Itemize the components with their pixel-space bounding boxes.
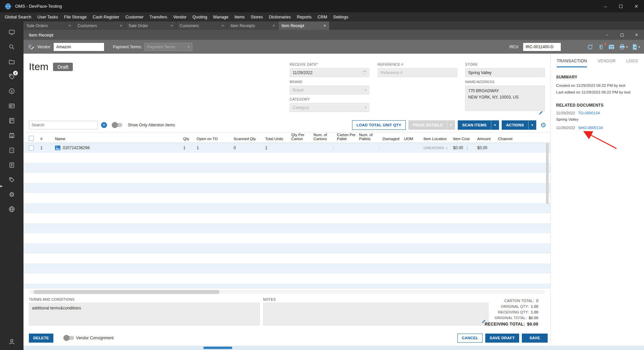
sidebar-item-user-icon[interactable] <box>0 338 23 345</box>
tab-transaction[interactable]: TRANSACTION <box>557 59 587 67</box>
tab-sale-orders[interactable]: Sale Orders ✕ <box>23 21 75 30</box>
sidebar-item-catalog-icon[interactable] <box>0 113 23 128</box>
terms-textarea[interactable]: additional terms&conditions <box>29 303 260 326</box>
close-tab-icon[interactable]: ✕ <box>68 24 71 27</box>
attachments-icon[interactable]: 0 <box>598 44 604 50</box>
table-vertical-scrollbar[interactable] <box>546 143 549 289</box>
menu-item-quoting[interactable]: Quoting <box>190 12 210 21</box>
sidebar-item-help-tasks-icon[interactable]: ? <box>0 143 23 158</box>
edit-vendor-icon[interactable] <box>28 44 35 50</box>
menu-item-dictionaries[interactable]: Dictionaries <box>266 12 294 21</box>
kebab-menu-icon[interactable]: ⋮ <box>465 145 469 151</box>
kebab-menu-icon[interactable]: ⋮ <box>331 145 336 151</box>
item-location-cell[interactable]: UNKNOWN▾ <box>424 143 453 153</box>
menu-item-user-tasks[interactable]: User Tasks <box>34 12 61 21</box>
uom-cell[interactable] <box>404 143 424 153</box>
refresh-icon[interactable] <box>587 44 593 50</box>
tab-item-receipt[interactable]: Item Receipt ✕ <box>279 21 330 30</box>
grid-settings-icon[interactable]: ⚙ <box>540 121 546 129</box>
category-select[interactable]: Category ▾ <box>290 103 369 112</box>
tab-customers-1[interactable]: Customers ✕ <box>75 21 126 30</box>
cancel-button[interactable]: CANCEL <box>457 334 483 343</box>
menu-item-manage[interactable]: Manage <box>210 12 231 21</box>
edit-address-icon[interactable] <box>538 110 544 115</box>
price-details-button[interactable]: PRICE DETAILS <box>408 120 447 130</box>
item-image-icon[interactable] <box>55 145 60 150</box>
menu-item-items[interactable]: Items <box>232 12 248 21</box>
sidebar-item-web-icon[interactable] <box>0 202 23 217</box>
sidebar-item-settings-icon[interactable]: ⚙ <box>0 187 23 202</box>
name-address-box[interactable]: 770 BROADWAY NEW YORK, NY, 10003, US <box>465 85 545 111</box>
menu-item-transfers[interactable]: Transfers <box>147 12 170 21</box>
vendor-input[interactable] <box>54 43 104 51</box>
export-document-icon[interactable]: ▾ <box>632 44 640 50</box>
delete-button[interactable]: DELETE <box>29 334 53 343</box>
clear-search-icon[interactable]: ✕ <box>101 122 107 128</box>
sidebar-item-tags-icon[interactable] <box>0 172 23 187</box>
brand-select[interactable]: Brand ▾ <box>290 85 369 95</box>
minimize-icon[interactable]: – <box>598 0 613 12</box>
select-all-checkbox[interactable] <box>29 136 34 141</box>
store-input[interactable]: Spring Valley <box>465 68 545 77</box>
tab-item-receipts[interactable]: Item Receipts ✕ <box>228 21 279 30</box>
qty-per-carton-cell[interactable] <box>291 143 313 153</box>
doc-close-icon[interactable]: ✕ <box>629 30 644 40</box>
chevron-down-icon[interactable]: ▾ <box>638 45 640 49</box>
maximize-icon[interactable] <box>613 0 629 12</box>
menu-item-settings[interactable]: Settings <box>330 12 351 21</box>
sidebar-item-search-icon[interactable] <box>0 40 23 54</box>
scan-items-caret[interactable]: ▾ <box>491 120 499 130</box>
irc-input[interactable] <box>523 43 561 51</box>
search-input[interactable] <box>29 121 98 129</box>
carton-per-pallet-cell[interactable] <box>337 143 359 153</box>
vendor-consignment-toggle[interactable] <box>64 336 74 340</box>
sidebar-item-stores-icon[interactable] <box>0 128 23 143</box>
reference-input[interactable]: Reference # <box>378 68 457 77</box>
link-to-0000134[interactable]: TO-0000134 <box>578 110 600 116</box>
close-tab-icon[interactable]: ✕ <box>324 24 326 27</box>
notes-textarea[interactable] <box>263 303 489 326</box>
actions-button[interactable]: ACTIONS <box>502 120 528 130</box>
app-horizontal-scrollbar[interactable] <box>23 346 644 350</box>
sidebar-item-receipts-icon[interactable] <box>0 158 23 172</box>
sidebar-item-payments-icon[interactable]: $ <box>0 84 23 99</box>
sidebar-item-dashboard-icon[interactable] <box>0 25 23 40</box>
sidebar-item-files-icon[interactable] <box>0 54 23 69</box>
menu-item-global-search[interactable]: Global Search <box>2 12 34 21</box>
menu-item-vendor[interactable]: Vendor <box>170 12 190 21</box>
table-row[interactable]: 1 020714236298 1 1 0 1 ⋮ ⋮ <box>23 143 550 153</box>
doc-maximize-icon[interactable] <box>614 30 629 40</box>
attention-items-toggle[interactable] <box>112 123 122 127</box>
tab-sale-order[interactable]: Sale Order ✕ <box>126 21 177 30</box>
num-of-pallets-cell[interactable]: ⋮ <box>359 143 383 153</box>
calendar-icon[interactable] <box>363 71 366 74</box>
row-checkbox[interactable] <box>29 145 34 151</box>
receive-date-input[interactable]: 11/29/2022 <box>290 68 369 77</box>
save-button[interactable]: SAVE <box>522 334 548 343</box>
kebab-menu-icon[interactable]: ⋮ <box>377 145 381 151</box>
menu-item-cash-register[interactable]: Cash Register <box>90 12 122 21</box>
menu-item-customer[interactable]: Customer <box>122 12 146 21</box>
close-tab-icon[interactable]: ✕ <box>170 24 173 27</box>
sidebar-item-contacts-icon[interactable] <box>0 99 23 113</box>
actions-caret[interactable]: ▾ <box>528 120 536 130</box>
menu-item-reports[interactable]: Reports <box>294 12 315 21</box>
close-tab-icon[interactable]: ✕ <box>221 24 224 27</box>
price-details-caret[interactable]: ▾ <box>447 120 455 130</box>
save-draft-button[interactable]: SAVE DRAFT <box>485 334 519 343</box>
table-horizontal-scrollbar[interactable] <box>29 289 545 295</box>
menu-item-crm[interactable]: CRM <box>314 12 330 21</box>
menu-item-stores[interactable]: Stores <box>248 12 266 21</box>
scan-items-button[interactable]: SCAN ITEMS <box>458 120 491 130</box>
sidebar-item-orders-icon[interactable]: 2 <box>0 69 23 84</box>
close-tab-icon[interactable]: ✕ <box>119 24 122 27</box>
doc-minimize-icon[interactable]: – <box>600 30 614 40</box>
channel-cell[interactable] <box>498 143 542 153</box>
close-icon[interactable]: ✕ <box>629 0 644 12</box>
load-total-unit-qty-button[interactable]: LOAD TOTAL UNIT QTY <box>352 120 406 130</box>
payment-terms-select[interactable]: Payment Terms ▾ <box>145 43 192 51</box>
expand-panel-icon[interactable]: ▶ <box>0 184 3 188</box>
notes-table-icon[interactable] <box>608 44 614 50</box>
scrollbar-thumb[interactable] <box>203 347 232 349</box>
item-cost-cell[interactable]: $0.00 ⋮ <box>453 143 477 153</box>
